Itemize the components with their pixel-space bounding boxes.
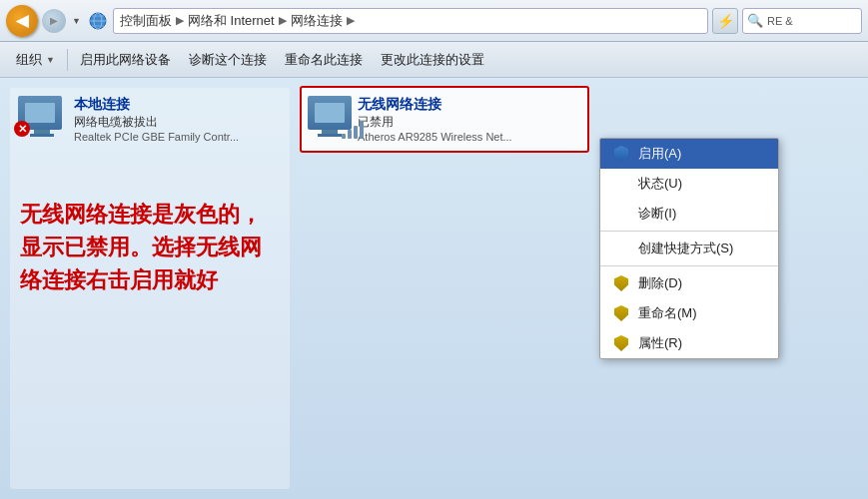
forward-button[interactable]: ▶ xyxy=(42,9,66,33)
local-connection-status: 网络电缆被拔出 xyxy=(74,114,282,131)
forward-arrow-icon: ▶ xyxy=(50,15,58,26)
breadcrumb-item-2[interactable]: 网络和 Internet xyxy=(188,12,275,30)
context-menu-icon-rename xyxy=(612,304,630,322)
organize-button[interactable]: 组织 ▼ xyxy=(8,47,63,73)
breadcrumb: 控制面板 ▶ 网络和 Internet ▶ 网络连接 ▶ xyxy=(113,8,708,34)
globe-icon xyxy=(87,10,109,32)
context-menu-icon-properties xyxy=(612,334,630,352)
context-menu-icon-shortcut xyxy=(612,240,630,257)
context-menu-item-diagnose[interactable]: 诊断(I) xyxy=(600,199,778,229)
local-connection-adapter: Realtek PCIe GBE Family Contr... xyxy=(74,131,282,143)
refresh-icon: ⚡ xyxy=(717,13,734,29)
local-connection-icon: ✕ xyxy=(18,96,66,144)
diagnose-button[interactable]: 诊断这个连接 xyxy=(181,47,275,73)
main-area: ✕ 本地连接 网络电缆被拔出 Realtek PCIe GBE Family C… xyxy=(0,78,868,499)
breadcrumb-item-1[interactable]: 控制面板 xyxy=(120,12,172,30)
context-menu-item-delete[interactable]: 删除(D) xyxy=(600,268,778,298)
wireless-connection-name: 无线网络连接 xyxy=(358,96,579,114)
search-box[interactable]: 🔍 RE & xyxy=(742,8,862,34)
context-menu-item-shortcut[interactable]: 创建快捷方式(S) xyxy=(600,234,778,263)
wireless-connection-info: 无线网络连接 已禁用 Atheros AR9285 Wireless Net..… xyxy=(358,96,579,143)
wireless-connection-adapter: Atheros AR9285 Wireless Net... xyxy=(358,131,579,143)
context-menu-item-enable[interactable]: 启用(A) xyxy=(600,139,778,169)
context-menu: 启用(A)状态(U)诊断(I)创建快捷方式(S)删除(D)重命名(M)属性(R) xyxy=(599,138,779,359)
toolbar: 组织 ▼ 启用此网络设备 诊断这个连接 重命名此连接 更改此连接的设置 xyxy=(0,42,868,78)
instruction-text: 无线网络连接是灰色的，显示已禁用。选择无线网络连接右击启用就好 xyxy=(20,198,270,296)
address-bar: ◀ ▶ ▼ 控制面板 ▶ 网络和 Internet ▶ 网络连接 ▶ ⚡ 🔍 R… xyxy=(0,0,868,42)
organize-label: 组织 xyxy=(16,51,42,69)
enable-device-label: 启用此网络设备 xyxy=(80,51,171,69)
context-menu-separator xyxy=(600,265,778,266)
search-icon: 🔍 xyxy=(747,13,763,28)
context-menu-label-rename: 重命名(M) xyxy=(638,304,697,322)
breadcrumb-sep-1: ▶ xyxy=(176,14,184,27)
context-menu-item-status[interactable]: 状态(U) xyxy=(600,169,778,199)
enable-device-button[interactable]: 启用此网络设备 xyxy=(72,47,179,73)
settings-button[interactable]: 更改此连接的设置 xyxy=(373,47,492,73)
context-menu-label-delete: 删除(D) xyxy=(638,274,682,292)
context-menu-item-rename[interactable]: 重命名(M) xyxy=(600,298,778,328)
nav-dropdown-icon[interactable]: ▼ xyxy=(70,14,83,28)
back-arrow-icon: ◀ xyxy=(16,11,28,30)
local-connection-name: 本地连接 xyxy=(74,96,282,114)
context-menu-item-properties[interactable]: 属性(R) xyxy=(600,328,778,358)
context-menu-label-shortcut: 创建快捷方式(S) xyxy=(638,240,733,257)
back-button[interactable]: ◀ xyxy=(6,5,38,37)
context-menu-label-diagnose: 诊断(I) xyxy=(638,205,676,223)
context-menu-icon-enable xyxy=(612,145,630,163)
breadcrumb-sep-2: ▶ xyxy=(279,14,287,27)
toolbar-separator-1 xyxy=(67,49,68,71)
settings-label: 更改此连接的设置 xyxy=(381,51,484,69)
diagnose-label: 诊断这个连接 xyxy=(189,51,267,69)
context-menu-icon-delete xyxy=(612,274,630,292)
context-menu-icon-status xyxy=(612,175,630,193)
search-text: RE & xyxy=(767,15,793,27)
wifi-signal-icon xyxy=(310,96,350,136)
wireless-connection-status: 已禁用 xyxy=(358,114,579,131)
breadcrumb-sep-3: ▶ xyxy=(347,14,355,27)
rename-label: 重命名此连接 xyxy=(285,51,363,69)
breadcrumb-item-3[interactable]: 网络连接 xyxy=(291,12,343,30)
context-menu-label-enable: 启用(A) xyxy=(638,145,681,163)
refresh-button[interactable]: ⚡ xyxy=(712,8,738,34)
rename-button[interactable]: 重命名此连接 xyxy=(277,47,371,73)
context-menu-icon-diagnose xyxy=(612,205,630,223)
wireless-connection-item[interactable]: 无线网络连接 已禁用 Atheros AR9285 Wireless Net..… xyxy=(300,86,589,153)
context-menu-label-properties: 属性(R) xyxy=(638,334,682,352)
organize-dropdown-icon: ▼ xyxy=(46,55,55,65)
local-connection-info: 本地连接 网络电缆被拔出 Realtek PCIe GBE Family Con… xyxy=(74,96,282,143)
context-menu-separator xyxy=(600,231,778,232)
context-menu-label-status: 状态(U) xyxy=(638,175,682,193)
